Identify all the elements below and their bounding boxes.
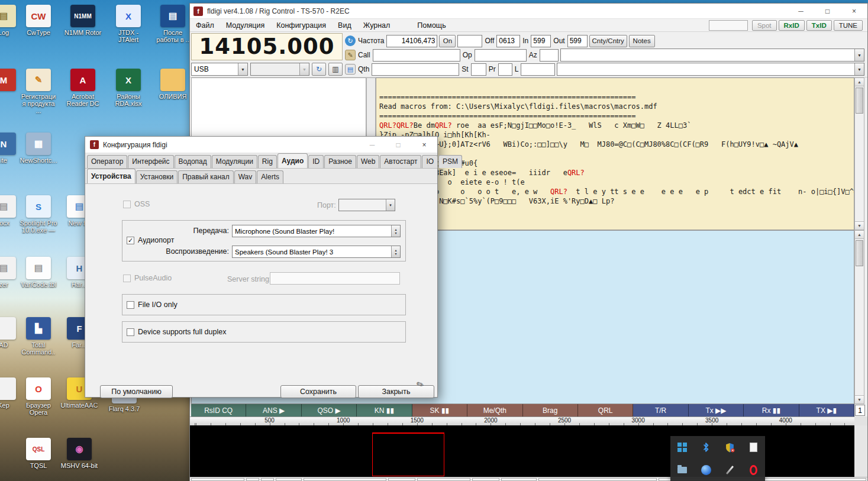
idbtn-tune[interactable]: TUNE xyxy=(834,20,863,31)
macro-button[interactable]: Rx ▮▮ xyxy=(744,404,799,417)
desktop-icon[interactable]: ▙Total Command.. xyxy=(20,317,57,356)
server-string-input[interactable] xyxy=(270,272,400,285)
macro-button[interactable]: RsID CQ xyxy=(191,404,246,417)
menu-item[interactable]: Вид xyxy=(332,19,357,32)
capture-device-select[interactable]: Microphone (Sound Blaster Play! ▴▾ xyxy=(232,225,401,237)
dialog-subtab[interactable]: Установки xyxy=(136,170,178,183)
desktop-icon[interactable]: AAcrobat Reader DC xyxy=(64,69,102,107)
dialog-tab[interactable]: ID xyxy=(308,155,324,168)
menu-item[interactable]: Модуляция xyxy=(220,19,270,32)
dialog-tab[interactable]: Водопад xyxy=(175,155,211,168)
menu-item[interactable]: Конфигурация xyxy=(270,19,332,32)
desktop-icon[interactable]: XРайоны RDA.xlsx xyxy=(109,69,147,107)
desktop-icon[interactable]: N1MMN1MM Rotor xyxy=(64,5,102,36)
notes-button[interactable]: Notes xyxy=(629,35,655,47)
filter-select[interactable]: ▼ xyxy=(250,63,309,76)
dialog-tab[interactable]: Автостарт xyxy=(380,155,421,168)
call-input[interactable] xyxy=(373,49,460,62)
macro-button[interactable]: KN ▮▮ xyxy=(357,404,412,417)
desktop-icon[interactable]: ОЛИВИЯ xyxy=(154,69,192,100)
desktop-icon[interactable]: ✎Регистрация продукта ... xyxy=(20,69,57,114)
cnty-cntry-button[interactable]: Cnty/Cntry xyxy=(589,35,627,47)
dialog-tab[interactable]: Разное xyxy=(324,155,356,168)
menu-item[interactable]: Файл xyxy=(190,19,220,32)
qsy-icon[interactable]: ↻ xyxy=(345,35,356,46)
macro-button[interactable]: TX ▶▮ xyxy=(799,404,854,417)
idbtn-rxid[interactable]: RxID xyxy=(779,20,805,31)
dialog-subtab[interactable]: Правый канал xyxy=(178,170,234,183)
fldigi-titlebar[interactable]: f fldigi ver4.1.08 / Rig Control - TS-57… xyxy=(190,4,867,19)
config-dialog-titlebar[interactable]: f Конфигурация fldigi ─ □ × xyxy=(85,137,437,153)
macro-button[interactable]: T/R xyxy=(633,404,688,417)
status-segment[interactable] xyxy=(388,478,415,481)
status-segment[interactable] xyxy=(304,478,386,481)
macro-button[interactable]: ANS ▶ xyxy=(246,404,301,417)
rx-scrollbar[interactable]: ▲ ▼ xyxy=(854,78,864,230)
menu-item[interactable]: Помощь xyxy=(411,19,451,32)
dialog-subtab[interactable]: Alerts xyxy=(257,170,283,183)
desktop-icon[interactable]: SSpotlight Pro 10.0.exe — xyxy=(20,195,57,234)
browser-globe-icon[interactable] xyxy=(698,461,714,478)
scroll-thumb[interactable] xyxy=(856,88,863,114)
desktop-icon[interactable]: ▤После работы в .. xyxy=(154,5,192,43)
file-io-checkbox[interactable]: File I/O only xyxy=(127,301,178,309)
close-icon[interactable]: × xyxy=(841,4,867,18)
dialog-tab[interactable]: Интерфейс xyxy=(128,155,173,168)
status-segment[interactable] xyxy=(261,478,274,481)
desktop-icon[interactable]: ▤VariCode.tbl xyxy=(20,257,57,288)
dialog-tab[interactable]: Rig xyxy=(258,155,277,168)
dialog-tab[interactable]: Модуляции xyxy=(212,155,257,168)
dialog-subtab[interactable]: Устройства xyxy=(87,169,135,183)
clear-fields-icon[interactable]: ✎ xyxy=(345,50,356,60)
app-grid-icon[interactable] xyxy=(674,439,690,456)
bluetooth-icon[interactable] xyxy=(698,439,714,456)
scroll-down-icon[interactable]: ▼ xyxy=(855,221,864,230)
minimize-icon[interactable]: ─ xyxy=(788,4,814,18)
desktop-icon[interactable]: ◉MSHV 64-bit xyxy=(60,438,98,469)
minimize-icon[interactable]: ─ xyxy=(359,137,385,153)
rx-text[interactable]: ========================================… xyxy=(376,78,854,230)
locator-input[interactable] xyxy=(521,63,555,76)
dialog-tab[interactable]: Web xyxy=(357,155,379,168)
scroll-down-icon[interactable]: ▼ xyxy=(855,395,864,403)
status-segment[interactable] xyxy=(538,478,657,481)
tx-scrollbar[interactable]: ▲ ▼ xyxy=(854,230,864,404)
refresh-icon[interactable]: ↻ xyxy=(312,63,326,76)
status-segment[interactable] xyxy=(472,478,499,481)
oss-port-select[interactable]: ▼ xyxy=(338,199,395,211)
time-on-input[interactable] xyxy=(457,35,482,47)
pen-icon[interactable] xyxy=(721,461,738,478)
status-segment[interactable] xyxy=(417,478,470,481)
macro-page-indicator[interactable]: 1 xyxy=(855,405,865,416)
folder-icon[interactable] xyxy=(674,461,690,478)
status-segment[interactable] xyxy=(276,478,302,481)
province-input[interactable] xyxy=(498,63,512,76)
time-off-input[interactable] xyxy=(496,35,520,47)
desktop-icon[interactable]: ▦NewShortc... xyxy=(20,133,57,164)
macro-button[interactable]: QRL xyxy=(578,404,633,417)
status-segment[interactable] xyxy=(501,478,537,481)
idbtn-spot[interactable]: Spot xyxy=(752,20,777,31)
playback-device-select[interactable]: Speakers (Sound Blaster Play! 3 ▴▾ xyxy=(232,246,401,258)
menu-item[interactable]: Журнал xyxy=(357,19,396,32)
idbtn-txid[interactable]: TxID xyxy=(806,20,832,31)
dialog-tab[interactable]: Оператор xyxy=(87,155,127,168)
mode-select[interactable]: USB▼ xyxy=(191,63,248,76)
desktop-icon[interactable]: QSLTQSL xyxy=(20,438,57,469)
rst-out-input[interactable] xyxy=(567,35,588,47)
macro-button[interactable]: Brag xyxy=(523,404,578,417)
dialog-tab[interactable]: PSM xyxy=(438,155,462,168)
notes-entry-icon[interactable]: ▤ xyxy=(345,64,356,75)
az-input[interactable] xyxy=(540,49,559,62)
op-input[interactable] xyxy=(475,49,527,62)
save-button[interactable]: Сохранить xyxy=(280,385,356,398)
scroll-thumb[interactable] xyxy=(856,240,863,266)
country-combo[interactable]: ▼ xyxy=(560,49,864,62)
state-input[interactable] xyxy=(471,63,486,76)
scroll-up-icon[interactable]: ▲ xyxy=(855,78,864,86)
oss-checkbox[interactable]: OSS xyxy=(123,200,150,208)
waterfall-cursor[interactable] xyxy=(372,432,444,476)
duplex-checkbox[interactable]: Device supports full duplex xyxy=(127,328,226,336)
maximize-icon[interactable]: □ xyxy=(385,137,411,153)
defender-shield-icon[interactable] xyxy=(721,439,738,456)
